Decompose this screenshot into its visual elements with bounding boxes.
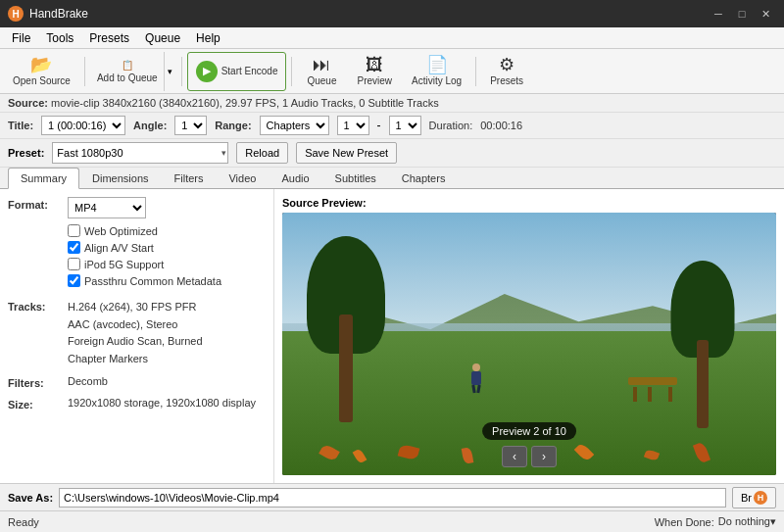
preview-icon: 🖼 — [366, 56, 383, 73]
save-bar: Save As: Br H — [0, 483, 784, 510]
tracks-row: Tracks: H.264 (x264), 30 FPS PFR AAC (av… — [8, 299, 266, 367]
presets-icon: ⚙ — [499, 56, 514, 73]
preset-label: Preset: — [8, 147, 44, 159]
save-as-label: Save As: — [8, 492, 53, 504]
track-2: AAC (avcodec), Stereo — [68, 316, 266, 334]
range-from-select[interactable]: 1 — [337, 116, 369, 135]
tab-summary[interactable]: Summary — [8, 168, 79, 189]
toolbar-separator-4 — [475, 57, 476, 86]
size-value: 1920x1080 storage, 1920x1080 display — [68, 397, 266, 409]
ipod-label: iPod 5G Support — [84, 259, 164, 270]
when-done: When Done: Do nothing▾ — [655, 515, 776, 528]
menu-bar: File Tools Presets Queue Help — [0, 27, 784, 49]
tab-dimensions[interactable]: Dimensions — [79, 168, 161, 188]
when-done-value[interactable]: Do nothing▾ — [718, 515, 776, 528]
size-label: Size: — [8, 397, 62, 411]
preview-label: Source Preview: — [282, 197, 776, 209]
presets-button[interactable]: ⚙ Presets — [481, 52, 532, 91]
start-encode-play-icon: ▶ — [196, 61, 218, 82]
menu-tools[interactable]: Tools — [38, 29, 81, 47]
open-source-button[interactable]: 📂 Open Source — [4, 52, 79, 91]
range-label: Range: — [215, 120, 251, 131]
track-3: Foreign Audio Scan, Burned — [68, 333, 266, 351]
preview-prev-button[interactable]: ‹ — [502, 446, 527, 467]
add-to-queue-button[interactable]: 📋 Add to Queue ▾ — [90, 51, 176, 92]
status-ready: Ready — [8, 516, 39, 528]
align-av-label: Align A/V Start — [84, 242, 154, 254]
tab-audio[interactable]: Audio — [269, 168, 321, 188]
angle-label: Angle: — [133, 120, 167, 131]
menu-presets[interactable]: Presets — [81, 29, 137, 47]
leaf — [398, 444, 420, 461]
leaf — [693, 442, 710, 464]
format-select[interactable]: MP4 — [68, 197, 146, 218]
tabs-row: Summary Dimensions Filters Video Audio S… — [0, 168, 784, 189]
reload-button[interactable]: Reload — [236, 142, 288, 164]
preview-button[interactable]: 🖼 Preview — [348, 52, 401, 91]
activity-log-button[interactable]: 📄 Activity Log — [403, 52, 470, 91]
save-path-input[interactable] — [59, 488, 726, 508]
menu-queue[interactable]: Queue — [137, 29, 188, 47]
passthru-label: Passthru Common Metadata — [84, 275, 221, 287]
filters-label: Filters: — [8, 375, 62, 389]
ipod-checkbox[interactable] — [68, 258, 80, 270]
status-bar: Ready When Done: Do nothing▾ — [0, 510, 784, 532]
size-row: Size: 1920x1080 storage, 1920x1080 displ… — [8, 397, 266, 411]
title-select[interactable]: 1 (00:00:16) — [41, 116, 125, 135]
toolbar-separator-3 — [291, 57, 292, 86]
source-bar: Source: movie-clip 3840x2160 (3840x2160)… — [0, 94, 784, 113]
save-new-preset-button[interactable]: Save New Preset — [296, 142, 397, 164]
close-button[interactable]: ✕ — [755, 5, 776, 23]
range-to-select[interactable]: 1 — [389, 116, 421, 135]
angle-select[interactable]: 1 — [174, 116, 207, 135]
start-encode-button[interactable]: ▶ Start Encode — [187, 52, 287, 91]
browse-button[interactable]: Br H — [732, 487, 776, 508]
preview-next-button[interactable]: › — [531, 446, 557, 467]
leaf — [318, 443, 340, 461]
filters-row: Filters: Decomb — [8, 375, 266, 389]
browse-icon: H — [754, 491, 767, 505]
range-type-select[interactable]: Chapters — [260, 116, 329, 135]
preview-area: Preview 2 of 10 ‹ › — [282, 213, 776, 475]
preset-dropdown-arrow: ▾ — [221, 148, 226, 158]
tracks-label: Tracks: — [8, 299, 62, 313]
title-row: Title: 1 (00:00:16) Angle: 1 Range: Chap… — [0, 113, 784, 139]
right-panel: Source Preview: — [274, 189, 784, 483]
source-label: Source: — [8, 97, 48, 109]
title-bar: H HandBrake ─ □ ✕ — [0, 0, 784, 27]
tab-filters[interactable]: Filters — [162, 168, 217, 188]
web-optimized-checkbox[interactable] — [68, 224, 80, 237]
add-queue-dropdown-arrow[interactable]: ▾ — [164, 52, 175, 91]
preset-input[interactable] — [52, 142, 228, 164]
align-av-checkbox[interactable] — [68, 241, 80, 254]
left-panel: Format: MP4 Web Optimized Align A/V Star… — [0, 189, 274, 483]
minimize-button[interactable]: ─ — [708, 5, 729, 23]
leaf — [462, 447, 474, 463]
tab-chapters[interactable]: Chapters — [389, 168, 459, 188]
web-optimized-label: Web Optimized — [84, 225, 158, 237]
preview-controls: ‹ › — [502, 446, 557, 467]
scene-tree-right — [668, 252, 737, 428]
app-icon: H — [8, 6, 24, 22]
menu-help[interactable]: Help — [188, 29, 228, 47]
queue-icon: ⏭ — [313, 56, 330, 73]
scene-bench — [628, 377, 677, 402]
app-title: HandBrake — [29, 7, 88, 21]
preset-row: Preset: ▾ Reload Save New Preset — [0, 139, 784, 168]
preview-badge: Preview 2 of 10 — [482, 422, 576, 440]
title-label: Title: — [8, 120, 33, 131]
open-source-icon: 📂 — [30, 56, 52, 73]
activity-log-icon: 📄 — [426, 56, 448, 73]
tab-subtitles[interactable]: Subtitles — [322, 168, 389, 188]
maximize-button[interactable]: □ — [731, 5, 753, 23]
toolbar-separator-2 — [181, 57, 182, 86]
queue-button[interactable]: ⏭ Queue — [297, 52, 346, 91]
add-queue-icon: 📋 — [122, 60, 133, 71]
duration-value: 00:00:16 — [480, 120, 522, 131]
passthru-checkbox[interactable] — [68, 274, 80, 287]
filters-value: Decomb — [68, 375, 266, 387]
tab-video[interactable]: Video — [216, 168, 269, 188]
main-content: Format: MP4 Web Optimized Align A/V Star… — [0, 189, 784, 483]
format-label: Format: — [8, 197, 62, 211]
menu-file[interactable]: File — [4, 29, 38, 47]
